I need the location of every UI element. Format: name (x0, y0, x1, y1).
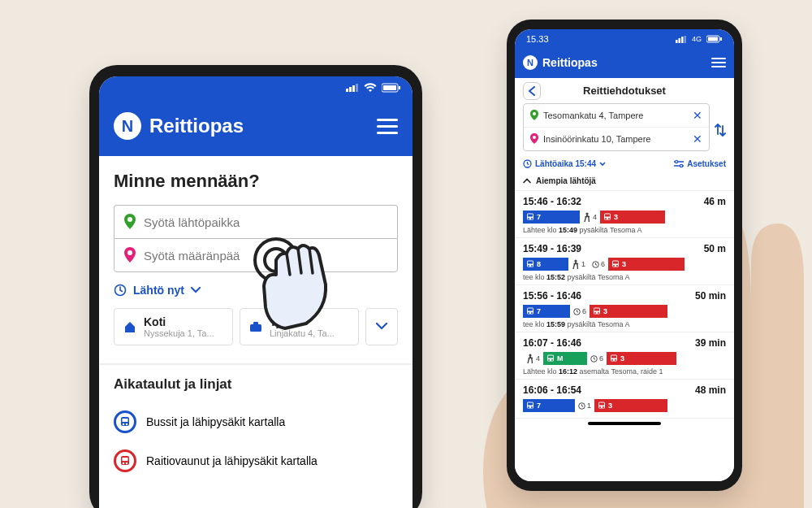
bus-leg: 8 (523, 258, 568, 271)
signal-icon (676, 36, 687, 43)
svg-point-48 (531, 265, 533, 267)
svg-rect-5 (399, 86, 400, 89)
svg-rect-37 (528, 215, 533, 217)
svg-point-57 (528, 312, 529, 314)
svg-point-30 (533, 136, 536, 139)
nearby-bus-row[interactable]: Bussit ja lähipysäkit kartalla (114, 402, 398, 441)
destination-field[interactable]: Insinöörinkatu 10, Tampere ✕ (524, 128, 709, 150)
svg-rect-1 (349, 87, 352, 92)
svg-point-43 (605, 218, 607, 219)
svg-rect-52 (613, 262, 618, 264)
route-result[interactable]: 15:56 - 16:4650 min 763tee klo 15:59 pys… (515, 285, 734, 332)
svg-point-38 (528, 218, 529, 219)
duration: 39 min (695, 337, 726, 349)
nearby-tram-row[interactable]: Raitiovaunut ja lähipysäkit kartalla (114, 441, 398, 480)
svg-point-81 (599, 406, 601, 408)
origin-pin-icon (124, 214, 136, 230)
tram-leg: 3 (590, 305, 667, 318)
svg-rect-42 (605, 215, 610, 217)
status-bar: 15.33 4G (515, 29, 734, 49)
app-header: N Reittiopas (99, 99, 412, 156)
bus-leg: 7 (523, 211, 580, 224)
departure-info: Lähtee klo 16:12 asemalta Tesoma, raide … (523, 367, 726, 376)
chevron-down-icon (376, 323, 387, 331)
svg-rect-23 (678, 38, 680, 43)
settings-label: Asetukset (687, 159, 726, 168)
wait-leg: 6 (587, 354, 607, 363)
battery-icon (706, 35, 723, 43)
svg-point-17 (123, 462, 124, 464)
duration: 50 m (704, 243, 726, 254)
walk-leg: 4 (580, 212, 600, 222)
svg-rect-27 (720, 37, 722, 41)
svg-point-62 (594, 312, 596, 314)
svg-rect-15 (123, 419, 128, 422)
walk-leg: 4 (523, 354, 543, 363)
svg-rect-66 (548, 356, 553, 358)
duration: 48 min (695, 384, 726, 396)
favorite-work-label: Työ (270, 315, 335, 328)
svg-point-53 (613, 265, 615, 267)
favorite-home[interactable]: Koti Nyssekuja 1, Ta... (114, 308, 233, 345)
swap-button[interactable] (715, 123, 726, 137)
bus-leg: 7 (523, 305, 570, 318)
time-selector-button[interactable]: Lähtöaika 15:44 (523, 159, 606, 168)
svg-rect-10 (250, 324, 261, 332)
svg-rect-80 (599, 403, 604, 406)
duration: 46 m (704, 196, 726, 207)
destination-pin-icon (530, 133, 538, 145)
metro-leg: M (543, 352, 587, 365)
tram-leg: 3 (594, 399, 667, 412)
menu-button[interactable] (377, 119, 398, 134)
leg-bar: 713 (523, 399, 726, 412)
svg-point-33 (676, 160, 678, 163)
back-button[interactable] (523, 82, 541, 100)
search-box: Syötä lähtöpaikka Syötä määränpää (114, 205, 398, 272)
favorite-home-sub: Nyssekuja 1, Ta... (144, 328, 214, 338)
swap-icon (715, 123, 726, 137)
svg-point-54 (616, 265, 618, 267)
tram-leg: 3 (607, 352, 676, 365)
svg-rect-6 (383, 85, 396, 90)
svg-rect-19 (123, 458, 128, 461)
destination-placeholder: Syötä määränpää (144, 249, 240, 263)
departure-time-button[interactable]: Lähtö nyt (114, 284, 398, 297)
svg-rect-75 (528, 403, 533, 406)
favorite-work[interactable]: Työ Linjakatu 4, Ta... (240, 308, 359, 345)
wait-leg: 6 (589, 260, 608, 268)
walk-leg: 1 (568, 259, 589, 269)
leg-bar: 743 (523, 211, 726, 224)
route-result[interactable]: 16:07 - 16:4639 min 4M63Lähtee klo 16:12… (515, 332, 734, 380)
network-label: 4G (692, 35, 702, 43)
origin-input[interactable]: Syötä lähtöpaikka (114, 205, 398, 238)
route-result[interactable]: 15:49 - 16:3950 m 8163tee klo 15:52 pysä… (515, 238, 734, 285)
svg-point-8 (127, 250, 132, 255)
svg-rect-3 (356, 84, 358, 92)
earlier-departures-button[interactable]: Aiempia lähtöjä (515, 173, 734, 191)
time-range: 16:06 - 16:54 (523, 384, 581, 396)
settings-button[interactable]: Asetukset (674, 159, 726, 168)
tram-leg: 3 (600, 211, 665, 224)
destination-input[interactable]: Syötä määränpää (114, 238, 398, 272)
svg-point-7 (127, 217, 132, 222)
wifi-icon (364, 83, 377, 93)
menu-button[interactable] (711, 58, 726, 67)
status-bar (99, 76, 412, 99)
clear-destination-button[interactable]: ✕ (693, 132, 702, 145)
sliders-icon (674, 160, 684, 168)
time-range: 15:46 - 16:32 (523, 196, 581, 207)
route-result[interactable]: 15:46 - 16:3246 m 743Lähtee klo 15:49 py… (515, 191, 734, 238)
clear-origin-button[interactable]: ✕ (693, 109, 702, 122)
route-result[interactable]: 16:06 - 16:5448 min 713 (515, 380, 734, 419)
favorites-expand-button[interactable] (365, 308, 398, 345)
svg-rect-25 (684, 36, 686, 43)
app-header: N Reittiopas (515, 49, 734, 78)
svg-rect-56 (528, 309, 533, 311)
chevron-down-icon (191, 287, 201, 293)
svg-point-29 (533, 112, 536, 115)
clock-icon (523, 159, 532, 168)
time-range: 15:49 - 16:39 (523, 243, 581, 254)
section-title: Aikataulut ja linjat (114, 376, 398, 393)
leg-bar: 763 (523, 305, 726, 318)
origin-field[interactable]: Tesomankatu 4, Tampere ✕ (524, 104, 709, 128)
